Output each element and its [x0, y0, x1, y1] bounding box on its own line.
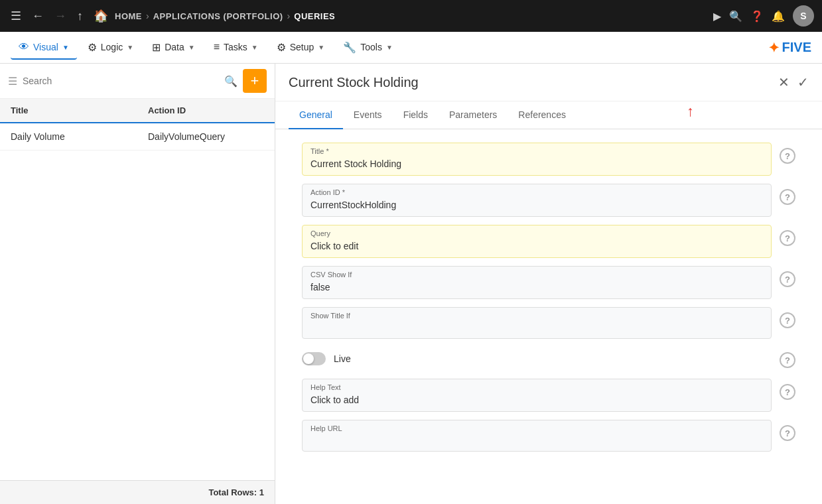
help-text-field[interactable]: Help Text Click to add: [302, 379, 772, 412]
tabs: General Events Fields Parameters Referen…: [275, 101, 822, 129]
action-id-value: CurrentStockHolding: [310, 200, 396, 210]
nav-tools[interactable]: 🔧 Tools ▼: [335, 36, 401, 60]
row-title: Daily Volume: [0, 123, 137, 150]
tabs-wrapper: General Events Fields Parameters Referen…: [275, 101, 822, 129]
form-content: Title * Current Stock Holding ? Action I…: [275, 129, 822, 504]
help-icon[interactable]: ❓: [750, 10, 764, 23]
sidebar-footer: Total Rows: 1: [0, 480, 275, 504]
confirm-button[interactable]: ✓: [797, 74, 809, 90]
title-field[interactable]: Title * Current Stock Holding: [302, 143, 772, 176]
query-value: Click to edit: [310, 241, 358, 251]
show-title-if-field[interactable]: Show Title If: [302, 307, 772, 339]
show-title-help-icon[interactable]: ?: [780, 312, 795, 328]
tab-events[interactable]: Events: [343, 101, 393, 129]
toggle-knob: [303, 353, 314, 364]
bell-icon[interactable]: 🔔: [772, 10, 785, 23]
nav-data[interactable]: ⊞ Data ▼: [144, 36, 202, 60]
tab-parameters[interactable]: Parameters: [439, 101, 508, 129]
forward-icon[interactable]: →: [52, 7, 69, 26]
visual-icon: 👁: [19, 41, 29, 53]
setup-icon: ⚙: [277, 41, 286, 54]
live-label: Live: [334, 353, 351, 364]
csv-help-icon[interactable]: ?: [780, 271, 795, 287]
nav-tools-label: Tools: [360, 42, 382, 52]
nav-logic[interactable]: ⚙ Logic ▼: [80, 36, 141, 60]
query-label: Query: [310, 229, 763, 237]
action-id-row: Action ID * CurrentStockHolding ?: [302, 184, 795, 217]
back-icon[interactable]: ←: [29, 7, 46, 26]
five-logo: ✦ FIVE: [768, 40, 811, 56]
sidebar: ☰ 🔍 + Title Action ID Daily Volume Daily…: [0, 64, 275, 504]
nav-setup-label: Setup: [290, 42, 314, 52]
up-icon[interactable]: ↑: [74, 7, 86, 26]
show-title-if-row: Show Title If ?: [302, 307, 795, 339]
tasks-icon: ≡: [214, 41, 220, 53]
five-logo-icon: ✦: [768, 40, 780, 56]
logic-icon: ⚙: [88, 41, 97, 54]
help-url-field[interactable]: Help URL: [302, 420, 772, 452]
breadcrumb-home[interactable]: HOME: [115, 11, 142, 21]
panel-title: Current Stock Holding: [289, 75, 778, 90]
csv-show-if-field[interactable]: CSV Show If false: [302, 266, 772, 299]
nav-setup[interactable]: ⚙ Setup ▼: [269, 36, 333, 60]
search-top-icon[interactable]: 🔍: [729, 10, 742, 23]
data-icon: ⊞: [152, 41, 161, 54]
table-row[interactable]: Daily Volume DailyVolumeQuery: [0, 123, 275, 151]
column-header-action-id[interactable]: Action ID: [137, 99, 275, 122]
menu-icon[interactable]: ☰: [8, 6, 24, 26]
sidebar-table: Title Action ID Daily Volume DailyVolume…: [0, 99, 275, 480]
live-toggle-row: Live: [302, 347, 772, 371]
breadcrumb-queries[interactable]: QUERIES: [294, 11, 335, 21]
play-icon[interactable]: ▶: [713, 10, 721, 23]
sidebar-header: Title Action ID: [0, 99, 275, 123]
nav-tasks-label: Tasks: [224, 42, 247, 52]
add-button[interactable]: +: [243, 69, 267, 93]
live-row: Live ?: [302, 347, 795, 371]
help-text-label: Help Text: [310, 383, 763, 391]
nav-visual[interactable]: 👁 Visual ▼: [11, 36, 77, 60]
help-text-value: Click to add: [310, 395, 359, 405]
close-button[interactable]: ✕: [778, 74, 789, 90]
tab-general[interactable]: General: [289, 101, 343, 129]
row-action-id: DailyVolumeQuery: [137, 123, 275, 150]
nav-visual-label: Visual: [33, 42, 58, 52]
right-panel: Current Stock Holding ✕ ✓ General Events…: [275, 64, 822, 504]
query-field[interactable]: Query Click to edit: [302, 225, 772, 258]
help-url-label: Help URL: [310, 424, 763, 432]
title-row: Title * Current Stock Holding ?: [302, 143, 795, 176]
top-nav: ☰ ← → ↑ 🏠 HOME › APPLICATIONS (PORTFOLIO…: [0, 0, 822, 32]
home-icon: 🏠: [91, 6, 111, 26]
help-url-row: Help URL ?: [302, 420, 795, 452]
action-id-help-icon[interactable]: ?: [780, 189, 795, 205]
live-help-icon[interactable]: ?: [780, 352, 795, 368]
live-toggle[interactable]: [302, 352, 326, 365]
nav-data-label: Data: [165, 42, 184, 52]
csv-show-if-label: CSV Show If: [310, 271, 763, 279]
sidebar-search-bar: ☰ 🔍 +: [0, 64, 275, 99]
five-logo-text: FIVE: [782, 40, 811, 55]
title-help-icon[interactable]: ?: [780, 148, 795, 164]
query-row: Query Click to edit ?: [302, 225, 795, 258]
nav-tasks[interactable]: ≡ Tasks ▼: [206, 36, 266, 60]
tools-icon: 🔧: [343, 41, 356, 54]
action-id-label: Action ID *: [310, 188, 763, 196]
action-id-field[interactable]: Action ID * CurrentStockHolding: [302, 184, 772, 217]
avatar[interactable]: S: [793, 5, 814, 27]
title-label: Title *: [310, 147, 763, 155]
breadcrumb: 🏠 HOME › APPLICATIONS (PORTFOLIO) › QUER…: [91, 6, 708, 26]
tab-references[interactable]: References: [508, 101, 577, 129]
sec-nav: 👁 Visual ▼ ⚙ Logic ▼ ⊞ Data ▼ ≡ Tasks ▼ …: [0, 32, 822, 64]
query-help-icon[interactable]: ?: [780, 230, 795, 246]
tab-fields[interactable]: Fields: [393, 101, 439, 129]
column-header-title[interactable]: Title: [0, 99, 137, 122]
nav-logic-label: Logic: [101, 42, 123, 52]
title-value: Current Stock Holding: [310, 158, 401, 169]
search-input[interactable]: [23, 76, 219, 86]
breadcrumb-apps[interactable]: APPLICATIONS (PORTFOLIO): [153, 11, 283, 21]
help-text-help-icon[interactable]: ?: [780, 384, 795, 400]
csv-show-if-value: false: [310, 282, 330, 292]
filter-icon[interactable]: ☰: [8, 75, 17, 88]
search-icon[interactable]: 🔍: [224, 75, 238, 88]
panel-header: Current Stock Holding ✕ ✓: [275, 64, 822, 101]
help-url-help-icon[interactable]: ?: [780, 425, 795, 441]
